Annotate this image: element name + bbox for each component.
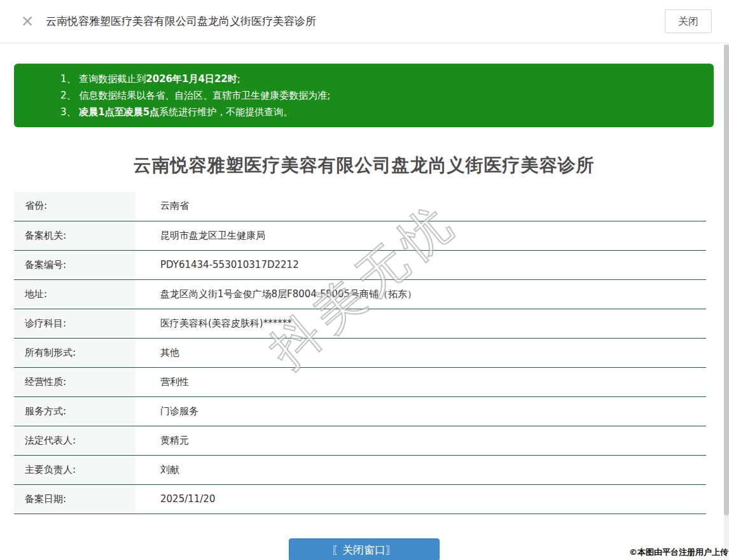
table-row-filing-authority: 备案机关: 昆明市盘龙区卫生健康局 [14,221,706,250]
table-row-legal-representative: 法定代表人: 黄精元 [14,426,706,455]
table-row-province: 省份: 云南省 [14,192,706,221]
row-value: 其他 [135,338,706,367]
row-label: 备案日期: [14,484,135,514]
row-label: 所有制形式: [14,338,135,367]
top-bar: × 云南悦容雅塑医疗美容有限公司盘龙尚义街医疗美容诊所 关闭 [0,0,729,43]
footer-actions: 〖关闭窗口〗 [14,538,714,560]
table-row-address: 地址: 盘龙区尚义街1号金俊广场8层F8004-F8005号商铺（拓东） [14,279,706,309]
row-label: 地址: [14,279,135,309]
row-label: 主要负责人: [14,455,135,484]
notice-box: 1、 查询数据截止到2026年1月4日22时; 2、 信息数据结果以各省、自治区… [14,64,714,127]
table-row-ownership-form: 所有制形式: 其他 [14,338,706,367]
table-row-medical-subjects: 诊疗科目: 医疗美容科(美容皮肤科)****** [14,309,706,338]
registration-info-table: 省份: 云南省 备案机关: 昆明市盘龙区卫生健康局 备案编号: PDY61434… [14,192,706,514]
table-row-service-mode: 服务方式: 门诊服务 [14,396,706,426]
row-label: 省份: [14,192,135,221]
row-value: 营利性 [135,367,706,396]
row-value: 昆明市盘龙区卫生健康局 [135,221,706,250]
row-value: 门诊服务 [135,396,706,426]
row-value: 2025/11/20 [135,484,706,514]
row-label: 备案编号: [14,250,135,279]
row-value: 黄精元 [135,426,706,455]
row-label: 备案机关: [14,221,135,250]
close-x-icon[interactable]: × [19,12,36,30]
page-title: 云南悦容雅塑医疗美容有限公司盘龙尚义街医疗美容诊所 [14,153,714,178]
content-area: 1、 查询数据截止到2026年1月4日22时; 2、 信息数据结果以各省、自治区… [0,64,729,560]
row-value: 刘献 [135,455,706,484]
table-row-main-person-in-charge: 主要负责人: 刘献 [14,455,706,484]
row-label: 服务方式: [14,396,135,426]
row-label: 诊疗科目: [14,309,135,338]
notice-line-1: 1、 查询数据截止到2026年1月4日22时; [60,71,701,87]
window-title: 云南悦容雅塑医疗美容有限公司盘龙尚义街医疗美容诊所 [46,14,316,29]
notice-line-3: 3、 凌晨1点至凌晨5点系统进行维护，不能提供查询。 [60,104,701,120]
table-row-filing-number: 备案编号: PDY61434-553010317D2212 [14,250,706,279]
row-value: 医疗美容科(美容皮肤科)****** [135,309,706,338]
close-button[interactable]: 关闭 [665,10,712,33]
row-value: 云南省 [135,192,706,221]
table-row-business-nature: 经营性质: 营利性 [14,367,706,396]
row-value: 盘龙区尚义街1号金俊广场8层F8004-F8005号商铺（拓东） [135,279,706,309]
row-label: 经营性质: [14,367,135,396]
page: × 云南悦容雅塑医疗美容有限公司盘龙尚义街医疗美容诊所 关闭 1、 查询数据截止… [0,0,729,560]
row-label: 法定代表人: [14,426,135,455]
notice-line-2: 2、 信息数据结果以各省、自治区、直辖市卫生健康委数据为准; [60,87,701,104]
row-value: PDY61434-553010317D2212 [135,250,706,279]
close-window-button[interactable]: 〖关闭窗口〗 [289,538,440,560]
table-row-filing-date: 备案日期: 2025/11/20 [14,484,706,514]
